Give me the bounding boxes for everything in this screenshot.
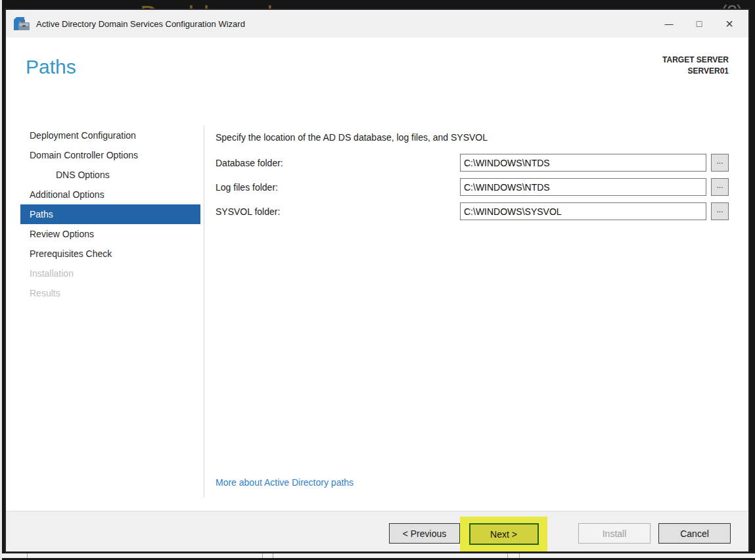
background-window-top: Dashboard (?)	[0, 0, 755, 9]
nav-item-deployment-configuration[interactable]: Deployment Configuration	[20, 126, 200, 145]
footer-button-bar: < Previous Next > Install Cancel	[6, 511, 748, 551]
nav-item-results: Results	[20, 283, 200, 303]
log-files-folder-row: Log files folder: ...	[216, 178, 735, 196]
background-window-bottom	[2, 553, 755, 558]
maximize-icon[interactable]: □	[684, 10, 714, 37]
next-button[interactable]: Next >	[469, 523, 539, 545]
nav-item-paths[interactable]: Paths	[20, 204, 200, 224]
background-right-fragment: (?)	[721, 1, 743, 9]
previous-button[interactable]: < Previous	[389, 523, 460, 544]
background-gridline	[27, 553, 28, 558]
background-gridline	[519, 553, 520, 558]
nav-item-dns-options[interactable]: DNS Options	[20, 165, 200, 185]
target-server-name: SERVER01	[662, 66, 729, 77]
page-title: Paths	[26, 56, 76, 78]
nav-item-installation: Installation	[20, 264, 200, 283]
log-files-folder-browse-button[interactable]: ...	[711, 178, 729, 196]
background-gridline	[262, 553, 263, 558]
database-folder-browse-button[interactable]: ...	[711, 154, 729, 172]
install-button: Install	[578, 523, 651, 544]
path-fields: Database folder: ... Log files folder: .…	[216, 154, 735, 227]
log-files-folder-label: Log files folder:	[216, 182, 460, 193]
nav-item-prerequisites-check[interactable]: Prerequisites Check	[20, 244, 200, 264]
sysvol-folder-label: SYSVOL folder:	[216, 206, 460, 217]
window-title: Active Directory Domain Services Configu…	[36, 19, 245, 29]
background-gridline	[273, 553, 273, 558]
nav-item-additional-options[interactable]: Additional Options	[20, 185, 200, 204]
sidebar-divider	[204, 126, 204, 498]
minimize-icon[interactable]: —	[654, 10, 684, 37]
close-icon[interactable]: ×	[714, 10, 744, 37]
database-folder-row: Database folder: ...	[216, 154, 735, 172]
sysvol-folder-browse-button[interactable]: ...	[711, 202, 729, 220]
background-window-edge	[0, 0, 2, 560]
database-folder-label: Database folder:	[216, 158, 460, 168]
target-server-label: TARGET SERVER	[662, 55, 729, 66]
sysvol-folder-row: SYSVOL folder: ...	[216, 202, 735, 220]
wizard-step-nav: Deployment Configuration Domain Controll…	[20, 126, 200, 303]
title-bar[interactable]: Active Directory Domain Services Configu…	[6, 10, 748, 37]
sysvol-folder-input[interactable]	[460, 202, 706, 220]
log-files-folder-input[interactable]	[460, 178, 706, 196]
background-text-fragment: Dashboard	[140, 1, 274, 9]
cancel-button[interactable]: Cancel	[658, 523, 731, 544]
nav-item-review-options[interactable]: Review Options	[20, 224, 200, 244]
wizard-app-icon	[14, 17, 30, 31]
wizard-dialog: Active Directory Domain Services Configu…	[5, 9, 750, 553]
more-about-paths-link[interactable]: More about Active Directory paths	[216, 477, 354, 488]
instruction-text: Specify the location of the AD DS databa…	[216, 132, 488, 143]
background-gridline	[507, 553, 508, 558]
target-server-info: TARGET SERVER SERVER01	[662, 55, 729, 77]
nav-item-domain-controller-options[interactable]: Domain Controller Options	[20, 145, 200, 165]
database-folder-input[interactable]	[460, 154, 706, 172]
next-button-highlight: Next >	[460, 517, 547, 551]
window-controls: — □ ×	[654, 10, 744, 37]
